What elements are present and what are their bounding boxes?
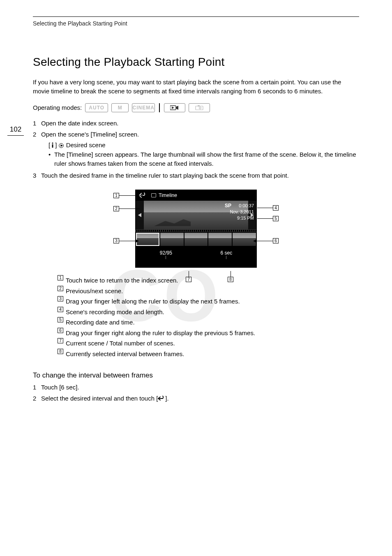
interval-block: 6 sec	[220, 250, 232, 260]
prev-scene-button	[136, 201, 144, 229]
legend-5: 5Recording date and time.	[58, 317, 359, 328]
mode-separator	[159, 103, 160, 112]
legend-5-text: Recording date and time.	[66, 317, 135, 328]
operating-modes-label: Operating modes:	[33, 104, 82, 111]
callout-6: 6	[253, 238, 279, 243]
svg-point-6	[52, 142, 53, 144]
svg-marker-13	[136, 239, 139, 243]
svg-marker-1	[176, 106, 178, 110]
recording-date: Nov. 3,2011	[225, 209, 254, 215]
frame-thumb	[233, 233, 256, 246]
step-3: Touch the desired frame in the timeline …	[33, 171, 359, 180]
frame-thumb	[160, 233, 184, 246]
legend-8: 8Currently selected interval between fra…	[58, 349, 359, 359]
legend-6: 6Drag your finger right along the ruler …	[58, 328, 359, 338]
scene-duration: 0:00:37	[239, 203, 254, 208]
svg-point-5	[199, 107, 201, 109]
callout-7: 7	[186, 271, 191, 282]
step2-1: Touch [6 sec].	[33, 383, 359, 392]
bracket-close: ]	[55, 141, 58, 148]
step-2-text: Open the scene's [Timeline] screen.	[41, 131, 139, 138]
mode-playback-movie-icon	[164, 103, 185, 112]
step2-2: Select the desired interval and then tou…	[33, 394, 359, 403]
info-icon	[50, 142, 55, 148]
step2-1-text: Touch [6 sec].	[41, 384, 79, 391]
step2-2-post: ].	[165, 395, 168, 402]
legend-3: 3Drag your finger left along the ruler t…	[58, 296, 359, 307]
callout-5: 5	[257, 216, 279, 221]
step-3-text: Touch the desired frame in the timeline …	[41, 172, 289, 179]
callout-3: 3	[113, 238, 139, 243]
operating-modes-row: Operating modes: AUTO M CINEMA	[33, 103, 359, 112]
legend-6-text: Drag your finger right along the ruler t…	[66, 328, 255, 338]
page-number: 102	[7, 125, 24, 136]
frame-thumb	[208, 233, 232, 246]
step-1-text: Open the date index screen.	[41, 120, 118, 127]
svg-rect-4	[198, 105, 200, 107]
recording-mode: SP	[225, 203, 231, 208]
legend-2-text: Previous/next scene.	[66, 286, 123, 297]
main-steps-list: Open the date index screen. Open the sce…	[33, 119, 359, 180]
scene-counter: 92/95	[160, 250, 172, 256]
svg-rect-7	[52, 144, 53, 148]
legend-1: 1Touch twice to return to the index scre…	[58, 275, 359, 286]
mode-cinema: CINEMA	[132, 103, 155, 112]
frames-ruler	[136, 232, 256, 247]
return-icon	[158, 396, 165, 401]
page-container: Selecting the Playback Starting Point 10…	[0, 0, 392, 421]
svg-marker-2	[172, 107, 174, 109]
secondary-steps-list: Touch [6 sec]. Select the desired interv…	[33, 383, 359, 403]
legend-7-text: Current scene / Total number of scenes.	[66, 338, 175, 349]
step-2-subline: [] Desired scene	[48, 141, 359, 150]
callout-1: 1	[113, 193, 143, 198]
svg-marker-14	[253, 239, 256, 243]
frame-thumb	[184, 233, 208, 246]
step2-2-pre: Select the desired interval and then tou…	[41, 395, 158, 402]
interval-value: 6 sec	[220, 250, 232, 256]
scene-counter-block: 92/95	[160, 250, 172, 260]
step-1: Open the date index screen.	[33, 119, 359, 128]
step-2-bullet: The [Timeline] screen appears. The large…	[48, 150, 359, 169]
sd-card-icon	[151, 193, 156, 197]
page-title: Selecting the Playback Starting Point	[33, 56, 359, 69]
step-2: Open the scene's [Timeline] screen. [] D…	[33, 130, 359, 168]
mode-playback-photo-icon	[189, 103, 210, 112]
svg-marker-10	[138, 213, 141, 217]
callout-4: 4	[257, 205, 279, 211]
legend-3-text: Drag your finger left along the ruler to…	[66, 296, 240, 307]
screen-metadata: SP 0:00:37 Nov. 3,2011 9:15 PM	[225, 202, 254, 221]
mode-m: M	[111, 103, 129, 112]
legend-7: 7Current scene / Total number of scenes.	[58, 338, 359, 349]
callout-2: 2	[113, 206, 140, 211]
intro-paragraph: If you have a very long scene, you may w…	[33, 78, 359, 96]
screen-title: Timeline	[151, 192, 177, 198]
legend-1-text: Touch twice to return to the index scree…	[66, 275, 178, 286]
timeline-diagram: Timeline SP 0:00:37 Nov. 3,2011 9:15	[33, 190, 359, 268]
svg-marker-9	[60, 144, 63, 147]
running-head: Selecting the Playback Starting Point	[33, 20, 359, 27]
legend-4-text: Scene's recording mode and length.	[66, 307, 164, 317]
screen-title-text: Timeline	[159, 192, 177, 198]
frame-thumb	[136, 233, 159, 246]
recording-time: 9:15 PM	[225, 215, 254, 221]
legend-8-text: Currently selected interval between fram…	[66, 349, 184, 359]
top-rule	[33, 16, 359, 17]
subheading: To change the interval between frames	[33, 371, 359, 380]
mode-auto: AUTO	[85, 103, 108, 112]
legend-list: 1Touch twice to return to the index scre…	[58, 275, 359, 359]
legend-4: 4Scene's recording mode and length.	[58, 307, 359, 317]
timeline-screen: Timeline SP 0:00:37 Nov. 3,2011 9:15	[135, 190, 257, 268]
desired-scene-text: Desired scene	[66, 141, 106, 148]
callout-8: 8	[228, 271, 233, 282]
legend-2: 2Previous/next scene.	[58, 286, 359, 297]
play-right-icon	[59, 143, 65, 148]
